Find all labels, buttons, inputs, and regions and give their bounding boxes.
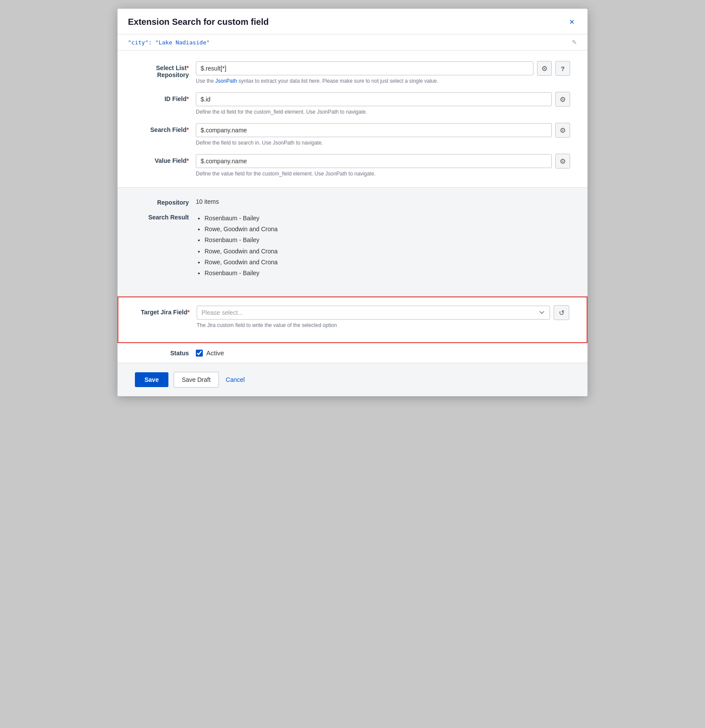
select-list-help-button[interactable]: ? bbox=[555, 61, 570, 76]
status-checkbox-label: Active bbox=[206, 349, 224, 357]
jsonpath-link[interactable]: JsonPath bbox=[215, 78, 237, 84]
select-list-hint: Use the JsonPath syntax to extract your … bbox=[196, 78, 570, 84]
close-button[interactable]: × bbox=[567, 17, 577, 27]
checkbox-group: Active bbox=[196, 349, 224, 357]
search-field-group: ⚙ Define the field to search in. Use Jso… bbox=[196, 123, 570, 146]
search-result-list: Rosenbaum - Bailey Rowe, Goodwin and Cro… bbox=[196, 213, 278, 279]
select-list-field-group: ⚙ ? Use the JsonPath syntax to extract y… bbox=[196, 61, 570, 84]
list-item: Rosenbaum - Bailey bbox=[205, 213, 278, 224]
target-field-row: Target Jira Field* Please select... ↺ Th… bbox=[136, 305, 569, 328]
status-row: Status Active bbox=[135, 349, 570, 357]
modal-container: Extension Search for custom field × "cit… bbox=[118, 9, 588, 396]
status-checkbox[interactable] bbox=[196, 350, 203, 357]
select-list-row: Select List* Repository ⚙ ? Use the Json… bbox=[135, 61, 570, 84]
select-list-input[interactable] bbox=[196, 61, 534, 75]
id-field-input[interactable] bbox=[196, 92, 552, 106]
search-field-input[interactable] bbox=[196, 123, 552, 137]
target-field-label: Target Jira Field* bbox=[136, 305, 197, 316]
modal-header: Extension Search for custom field × bbox=[118, 9, 588, 34]
id-field-gear-button[interactable]: ⚙ bbox=[555, 92, 570, 107]
repository-label: Repository bbox=[135, 198, 196, 206]
select-list-label: Select List* Repository bbox=[135, 61, 196, 78]
save-draft-button[interactable]: Save Draft bbox=[174, 372, 219, 388]
gear-icon: ⚙ bbox=[541, 64, 547, 73]
gear-icon-value: ⚙ bbox=[560, 157, 566, 165]
id-field-label: ID Field* bbox=[135, 92, 196, 102]
value-field-row: Value Field* ⚙ Define the value field fo… bbox=[135, 154, 570, 177]
status-label: Status bbox=[135, 350, 196, 357]
target-section: Target Jira Field* Please select... ↺ Th… bbox=[118, 297, 588, 343]
search-field-gear-button[interactable]: ⚙ bbox=[555, 123, 570, 138]
list-item: Rowe, Goodwin and Crona bbox=[205, 246, 278, 257]
modal-title: Extension Search for custom field bbox=[128, 17, 269, 27]
footer-section: Save Save Draft Cancel bbox=[118, 363, 588, 396]
value-field-group: ⚙ Define the value field for the custom_… bbox=[196, 154, 570, 177]
save-button[interactable]: Save bbox=[135, 372, 168, 387]
value-field-gear-button[interactable]: ⚙ bbox=[555, 154, 570, 169]
results-section: Repository 10 items Search Result Rosenb… bbox=[118, 188, 588, 297]
target-refresh-button[interactable]: ↺ bbox=[554, 305, 569, 320]
list-item: Rowe, Goodwin and Crona bbox=[205, 224, 278, 235]
select-list-gear-button[interactable]: ⚙ bbox=[537, 61, 552, 76]
value-field-input[interactable] bbox=[196, 154, 552, 168]
search-result-label: Search Result bbox=[135, 213, 196, 221]
target-field-hint: The Jira custom field to write the value… bbox=[197, 322, 569, 328]
status-section: Status Active bbox=[118, 343, 588, 363]
value-field-label: Value Field* bbox=[135, 154, 196, 164]
value-field-hint: Define the value field for the custom_fi… bbox=[196, 171, 570, 177]
repository-value: 10 items bbox=[196, 198, 219, 205]
cancel-button[interactable]: Cancel bbox=[224, 372, 247, 387]
gear-icon-search: ⚙ bbox=[560, 126, 566, 135]
id-field-row: ID Field* ⚙ Define the id field for the … bbox=[135, 92, 570, 115]
help-icon: ? bbox=[561, 65, 564, 72]
list-item: Rosenbaum - Bailey bbox=[205, 268, 278, 279]
refresh-icon: ↺ bbox=[559, 309, 564, 317]
list-item: Rosenbaum - Bailey bbox=[205, 235, 278, 246]
json-preview-bar: "city": "Lake Nadiaside" ✎ bbox=[118, 34, 588, 51]
gear-icon-id: ⚙ bbox=[560, 95, 566, 104]
target-jira-field-select[interactable]: Please select... bbox=[197, 306, 550, 320]
search-field-hint: Define the field to search in. Use JsonP… bbox=[196, 140, 570, 146]
search-field-row: Search Field* ⚙ Define the field to sear… bbox=[135, 123, 570, 146]
id-field-hint: Define the id field for the custom_field… bbox=[196, 109, 570, 115]
repository-row: Repository 10 items bbox=[135, 198, 570, 206]
edit-icon[interactable]: ✎ bbox=[572, 39, 577, 46]
id-field-group: ⚙ Define the id field for the custom_fie… bbox=[196, 92, 570, 115]
search-field-label: Search Field* bbox=[135, 123, 196, 133]
json-preview-text: "city": "Lake Nadiaside" bbox=[128, 39, 210, 46]
target-field-group: Please select... ↺ The Jira custom field… bbox=[197, 305, 569, 328]
search-result-row: Search Result Rosenbaum - Bailey Rowe, G… bbox=[135, 213, 570, 279]
form-section: Select List* Repository ⚙ ? Use the Json… bbox=[118, 51, 588, 188]
list-item: Rowe, Goodwin and Crona bbox=[205, 257, 278, 268]
